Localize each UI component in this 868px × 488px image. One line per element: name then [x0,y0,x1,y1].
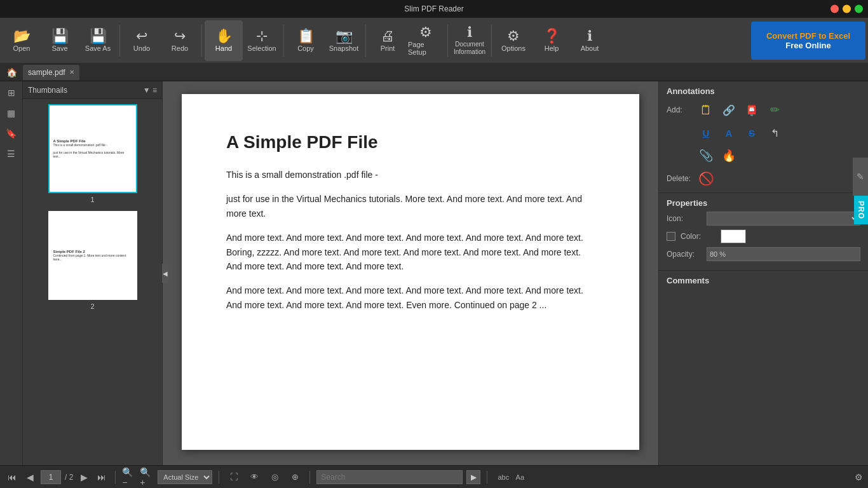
delete-anno-tool[interactable]: 🚫 [697,170,715,187]
snapshot-icon: 📷 [336,29,353,43]
save-as-icon: 💾 [90,29,107,43]
about-button[interactable]: ℹ About [571,20,609,61]
icon-select[interactable]: Comment Key Note [707,212,860,226]
annotations-panel: Annotations Add: 🗒 🔗 📮 ✏ U A S ↰ 📎 🔥 [658,81,868,465]
sidebar-thumbnails-icon[interactable]: ▦ [3,104,20,122]
eye-tool-button[interactable]: 👁 [246,470,262,484]
settings-end-icon[interactable]: ⚙ [855,472,863,482]
delete-anno-row: Delete: 🚫 [659,167,868,190]
doc-info-button[interactable]: ℹ Document Information [451,20,489,61]
help-icon: ❓ [543,29,560,43]
first-page-button[interactable]: ⏮ [5,470,19,484]
pro-badge[interactable]: PRO [854,196,868,224]
options-button[interactable]: ⚙ Options [494,20,532,61]
text-anno-tool[interactable]: A [720,124,738,142]
page-setup-button[interactable]: ⚙ Page Setup [407,20,445,61]
thumbnail-collapse-button[interactable]: ▼ ≡ [143,86,157,95]
last-page-button[interactable]: ⏭ [95,470,109,484]
zoom-out-button[interactable]: 🔍− [122,470,136,484]
selection-icon: ⊹ [256,29,268,43]
thumbnail-page-2[interactable]: Simple PDF File 2 Continued from page 1.… [48,211,137,310]
paperclip-tool[interactable]: 📎 [697,147,715,165]
sidebar-bookmarks-icon[interactable]: 🔖 [3,125,20,142]
bottombar-sep-2 [219,471,219,484]
color-checkbox[interactable] [667,232,675,241]
prev-page-button[interactable]: ◀ [23,470,37,484]
page-number-input[interactable]: 1 [41,470,61,484]
color-picker[interactable] [721,229,746,243]
panel-collapse-arrow[interactable]: ◀ [162,264,168,283]
highlight-tool[interactable]: ✏ [766,101,783,119]
toolbar-sep-1 [119,25,120,57]
pdf-para-2: just for use in the Virtual Mechanics tu… [226,192,595,220]
pdf-viewer[interactable]: A Simple PDF File This is a small demons… [163,81,658,465]
pdf-para-4: And more text. And more text. And more t… [226,283,595,312]
fit-page-button[interactable]: ⛶ [226,470,242,484]
bottombar-sep-4 [487,471,487,484]
redo-button[interactable]: ↪ Redo [161,20,199,61]
underline-tool[interactable]: U [697,124,715,142]
copy-button[interactable]: 📋 Copy [287,20,325,61]
text-tools: abc Aa [496,470,527,484]
tab-sample-pdf[interactable]: sample.pdf ✕ [23,65,79,80]
zoom-select[interactable]: Actual Size Fit Page Fit Width 50% 75% 1… [158,470,212,484]
tabbar: 🏠 sample.pdf ✕ [0,64,868,81]
save-icon: 💾 [51,29,69,43]
thumbnail-page-1[interactable]: A Simple PDF File This is a small demons… [48,104,137,203]
sticky-note-tool[interactable]: 🗒 [697,101,715,119]
link-tool[interactable]: 🔗 [720,101,738,119]
toolbar-sep-3 [283,25,284,57]
stamp-tool[interactable]: 📮 [743,101,761,119]
main-area: ⊞ ▦ 🔖 ☰ Thumbnails ▼ ≡ A Simple PDF File… [0,81,868,465]
comments-section: Comments [659,270,868,290]
page-total: / 2 [65,473,73,482]
freehand-tool[interactable]: ↰ [766,124,783,142]
pdf-page: A Simple PDF File This is a small demons… [182,94,639,450]
toolbar-sep-5 [447,25,448,57]
pdf-para-3: And more text. And more text. And more t… [226,231,595,273]
undo-button[interactable]: ↩ Undo [123,20,161,61]
eye-tool-2-button[interactable]: ◎ [266,470,283,484]
toolbar-sep-4 [365,25,366,57]
color-prop-row: Color: [667,229,860,243]
toolbar-sep-6 [491,25,492,57]
opacity-input[interactable]: 80 % [707,247,860,261]
anno-row-3: 📎 🔥 [689,144,868,167]
app-title: Slim PDF Reader [404,4,463,13]
selection-button[interactable]: ⊹ Selection [243,20,281,61]
help-button[interactable]: ❓ Help [532,20,571,61]
undo-icon: ↩ [136,29,147,43]
convert-pdf-button[interactable]: Convert PDF to Excel Free Online [751,22,865,60]
close-window-btn[interactable] [831,5,839,13]
snapshot-button[interactable]: 📷 Snapshot [325,20,363,61]
search-input[interactable] [316,470,463,484]
text-size-icon[interactable]: Aa [513,470,527,484]
save-button[interactable]: 💾 Save [41,20,79,61]
maximize-window-btn[interactable] [855,5,863,13]
add-anno-icons: 🗒 🔗 📮 ✏ [697,101,783,119]
tab-close-button[interactable]: ✕ [69,69,74,76]
strikethrough-tool[interactable]: S [743,124,761,142]
minimize-window-btn[interactable] [843,5,851,13]
save-as-button[interactable]: 💾 Save As [79,20,117,61]
sidebar-grid-icon[interactable]: ⊞ [3,84,20,102]
print-button[interactable]: 🖨 Print [369,20,407,61]
zoom-in-button[interactable]: 🔍+ [140,470,154,484]
thumbnail-scroll[interactable]: A Simple PDF File This is a small demons… [23,99,162,465]
sidebar-layers-icon[interactable]: ☰ [3,145,20,163]
hand-button[interactable]: ✋ Hand [205,20,243,61]
open-icon: 📂 [13,29,31,43]
page-setup-icon: ⚙ [419,25,432,39]
fire-tool[interactable]: 🔥 [720,147,738,165]
next-page-button[interactable]: ▶ [77,470,91,484]
print-icon: 🖨 [381,29,395,43]
annotations-title: Annotations [659,81,868,98]
anno-icons-row3: 📎 🔥 [697,147,738,165]
search-submit-button[interactable]: ▶ [466,470,480,484]
thumbnail-image-2: Simple PDF File 2 Continued from page 1.… [48,211,137,300]
annotation-panel-toggle[interactable]: ✎ [853,158,868,196]
home-button[interactable]: 🏠 [3,65,20,80]
crosshair-button[interactable]: ⊕ [287,470,303,484]
open-button[interactable]: 📂 Open [3,20,41,61]
hand-icon: ✋ [215,29,233,43]
